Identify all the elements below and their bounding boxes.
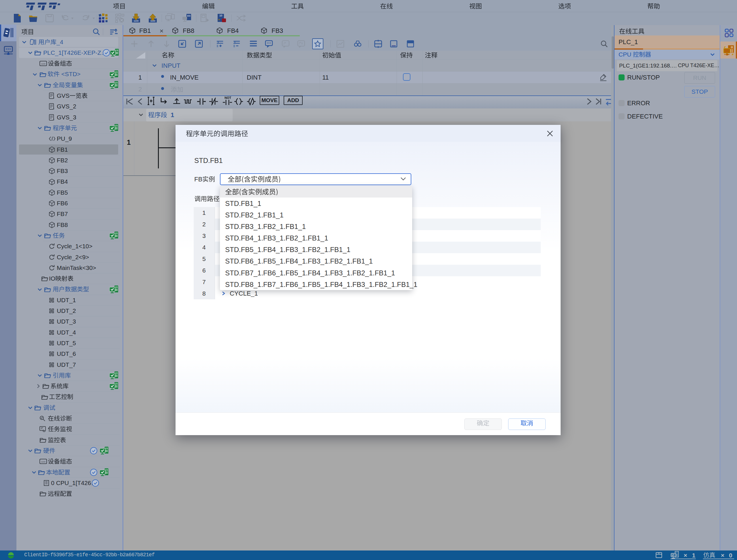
svg-text:x: x [53,96,54,99]
svg-text:1100: 1100 [134,20,139,22]
svg-text:NOT: NOT [225,96,232,99]
svg-text:x: x [53,106,54,110]
svg-text:1100: 1100 [41,63,45,65]
svg-text:10: 10 [219,14,222,17]
svg-text:1100: 1100 [150,20,155,22]
svg-text:x: x [53,117,54,121]
svg-text:1100: 1100 [41,461,45,463]
svg-text:/*x: /*x [299,41,303,45]
svg-text:/*: /* [284,41,286,46]
